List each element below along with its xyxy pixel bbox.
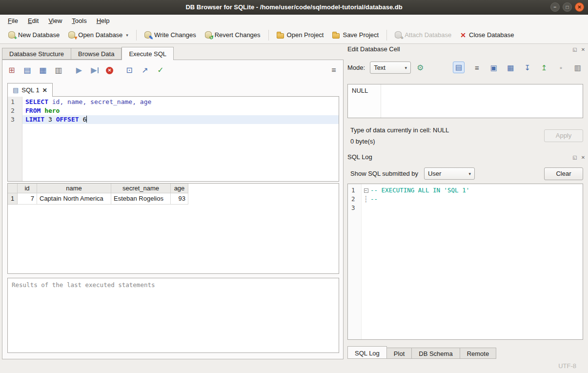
save-cell-icon[interactable]: ▦ [506, 63, 515, 72]
column-header-name[interactable]: name [37, 184, 111, 193]
database-new-icon: + [8, 31, 15, 39]
cell-editor-canvas[interactable] [381, 84, 583, 118]
close-dock-icon[interactable]: ✕ [580, 46, 586, 52]
log-text: -- [370, 195, 378, 204]
log-filter-value: User [428, 170, 441, 177]
revert-changes-button[interactable]: ↺ Revert Changes [201, 29, 265, 41]
open-sql-file-icon[interactable]: ▤ [23, 66, 32, 75]
edit-cell-dock-icons: ◱ ✕ [572, 46, 586, 52]
column-header-age[interactable]: age [171, 184, 188, 193]
dock-tab-plot[interactable]: Plot [387, 348, 412, 359]
editor-content[interactable]: SELECT id, name, secret_name, ageFROM he… [22, 97, 339, 181]
table-cell[interactable]: Esteban Rogelios [111, 193, 171, 205]
sql-editor-line[interactable]: SELECT id, name, secret_name, age [22, 98, 339, 106]
open-database-dropdown-icon[interactable]: ▾ [126, 33, 128, 38]
menu-edit[interactable]: Edit [23, 16, 43, 26]
revert-changes-label: Revert Changes [215, 31, 261, 39]
tab-browse-data[interactable]: Browse Data [71, 48, 122, 60]
editor-line-numbers: 123 [8, 97, 22, 181]
sql-tab-label: SQL 1 [21, 86, 39, 94]
window-title: DB Browser for SQLite - /home/user/code/… [185, 3, 402, 11]
dock-tab-sql-log[interactable]: SQL Log [347, 346, 387, 359]
sql-log-dock-icons: ◱ ✕ [572, 154, 586, 160]
cell-type-info: Type of data currently in cell: NULL [350, 126, 449, 134]
toolbar-separator [136, 30, 137, 41]
new-sql-tab-icon[interactable]: ⊞ [7, 66, 16, 75]
close-button[interactable]: ✕ [575, 2, 584, 12]
sql-token: 6 [79, 116, 87, 123]
table-cell[interactable]: Captain North America [37, 193, 111, 205]
menu-help[interactable]: Help [92, 16, 115, 26]
set-null-icon[interactable]: ◦ [557, 63, 566, 72]
execute-all-icon[interactable]: ▶ [75, 66, 83, 75]
copy-cell-icon[interactable]: ▣ [489, 63, 498, 72]
new-database-button[interactable]: + New Database [4, 29, 64, 41]
title-bar[interactable]: DB Browser for SQLite - /home/user/code/… [0, 0, 588, 15]
import-data-icon[interactable]: ⚙ [416, 63, 425, 72]
dock-tab-bar: SQL Log Plot DB Schema Remote [347, 346, 496, 359]
fold-collapse-icon[interactable]: − [364, 188, 368, 193]
fold-guide-icon: ┆ [362, 195, 370, 204]
table-cell[interactable]: 93 [171, 193, 188, 205]
sql-log-editor[interactable]: 123 −-- EXECUTING ALL IN 'SQL 1'┆-- [347, 184, 583, 340]
menu-tools[interactable]: Tools [67, 16, 91, 26]
mode-select[interactable]: Text ▾ [370, 62, 411, 74]
column-header-secret_name[interactable]: secret_name [111, 184, 171, 193]
attach-database-label: Attach Database [405, 31, 451, 39]
write-changes-button[interactable]: ✎ Write Changes [140, 29, 201, 41]
sql-file-icon: ▤ [13, 86, 19, 94]
print-cell-icon[interactable]: ▥ [573, 63, 582, 72]
menu-view[interactable]: View [43, 16, 67, 26]
db-browser-window: DB Browser for SQLite - /home/user/code/… [0, 0, 588, 373]
sql-editor-line[interactable]: LIMIT 3 OFFSET 6 [22, 115, 339, 124]
open-database-label: Open Database [78, 31, 122, 39]
column-header-id[interactable]: id [18, 184, 37, 193]
dock-tab-remote[interactable]: Remote [460, 348, 497, 359]
cell-value-editor[interactable]: NULL [347, 84, 583, 118]
float-dock-icon[interactable]: ◱ [572, 46, 578, 52]
close-database-label: Close Database [469, 31, 514, 39]
tab-database-structure[interactable]: Database Structure [2, 48, 71, 60]
log-line: −-- EXECUTING ALL IN 'SQL 1' [362, 186, 583, 195]
word-wrap-cell-icon[interactable]: ≡ [472, 63, 481, 72]
results-grid[interactable]: idnamesecret_nameage 17Captain North Ame… [7, 183, 339, 274]
minimize-button[interactable]: − [550, 2, 560, 12]
log-text: -- EXECUTING ALL IN 'SQL 1' [370, 186, 469, 195]
maximize-button[interactable]: □ [563, 2, 572, 12]
menu-file[interactable]: File [3, 16, 23, 26]
sql-editor[interactable]: 123 SELECT id, name, secret_name, ageFRO… [7, 96, 339, 182]
open-project-button[interactable]: Open Project [272, 29, 328, 41]
cell-value: NULL [352, 87, 368, 94]
sql-editor-line[interactable]: FROM hero [22, 106, 339, 115]
dock-tab-db-schema[interactable]: DB Schema [412, 348, 460, 359]
save-sql-file-icon[interactable]: ▦ [39, 66, 47, 75]
tab-execute-sql[interactable]: Execute SQL [122, 47, 174, 60]
sql-tab-close-icon[interactable]: ✕ [42, 87, 47, 94]
log-filter-select[interactable]: User ▾ [424, 167, 475, 180]
table-row[interactable]: 17Captain North AmericaEsteban Rogelios9… [8, 193, 339, 205]
open-in-new-tab-icon[interactable]: ⊡ [125, 66, 134, 75]
cell-size-info: 0 byte(s) [350, 138, 375, 145]
table-cell[interactable]: 7 [18, 193, 37, 205]
stop-execution-icon[interactable]: ✕ [106, 67, 113, 74]
results-message-pane: Results of the last executed statements [7, 278, 339, 353]
format-sql-icon[interactable]: ✓ [156, 66, 165, 75]
close-dock-icon[interactable]: ✕ [580, 154, 586, 160]
import-cell-icon[interactable]: ↧ [523, 63, 532, 72]
float-dock-icon[interactable]: ◱ [572, 154, 578, 160]
print-sql-icon[interactable]: ▥ [54, 66, 63, 75]
close-database-button[interactable]: ✕ Close Database [456, 29, 518, 41]
row-header[interactable]: 1 [8, 193, 18, 205]
save-project-button[interactable]: Save Project [328, 29, 383, 41]
word-wrap-icon[interactable]: ≡ [329, 66, 338, 75]
results-header-row: idnamesecret_nameage [8, 184, 339, 193]
open-database-button[interactable]: ▾ Open Database ▾ [64, 29, 133, 41]
sql-tab-1[interactable]: ▤ SQL 1 ✕ [7, 83, 53, 97]
text-mode-icon[interactable]: ▤ [453, 62, 465, 73]
grid-corner[interactable] [8, 184, 18, 193]
export-cell-icon[interactable]: ↥ [540, 63, 548, 72]
export-sql-icon[interactable]: ↗ [141, 66, 149, 75]
clear-log-button[interactable]: Clear [544, 167, 583, 180]
execute-current-line-icon[interactable]: ▶ [90, 66, 99, 75]
project-open-icon [277, 33, 284, 39]
